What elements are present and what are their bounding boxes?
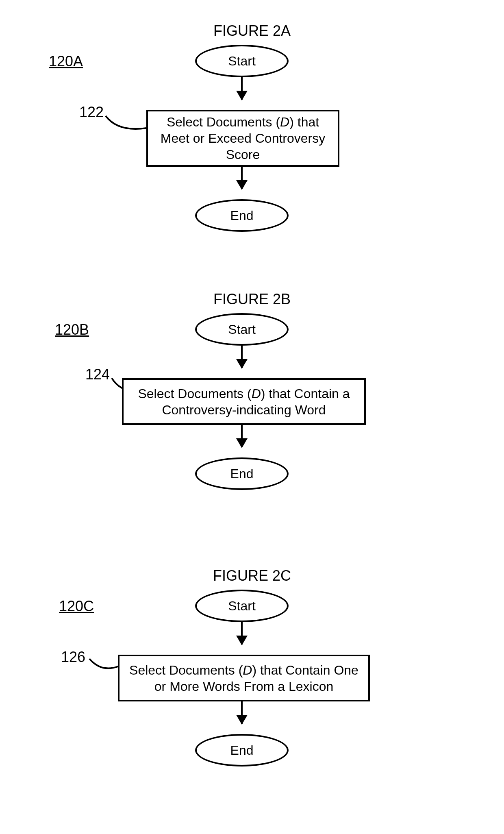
process-126: Select Documents (D) that Contain One or… <box>118 655 370 701</box>
process-124: Select Documents (D) that Contain a Cont… <box>122 378 366 425</box>
start-terminator-2b: Start <box>195 313 289 346</box>
arrow-2b-1 <box>241 346 243 368</box>
process-126-text: Select Documents (D) that Contain One or… <box>126 662 362 695</box>
arrow-2c-1 <box>241 622 243 645</box>
process-122-text: Select Documents (D) that Meet or Exceed… <box>154 114 331 163</box>
figure-2c-label: 120C <box>59 598 94 615</box>
process-122: Select Documents (D) that Meet or Exceed… <box>146 110 339 167</box>
end-label: End <box>230 208 254 223</box>
figure-2a-label: 120A <box>49 53 83 70</box>
end-terminator-2c: End <box>195 734 289 766</box>
end-label: End <box>230 743 254 758</box>
arrow-2c-2 <box>241 701 243 724</box>
start-label: Start <box>228 322 256 337</box>
ref-126: 126 <box>61 649 85 666</box>
start-label: Start <box>228 54 256 69</box>
start-terminator-2c: Start <box>195 590 289 622</box>
arrow-2a-2 <box>241 167 243 189</box>
arrow-2a-1 <box>241 77 243 100</box>
end-label: End <box>230 466 254 481</box>
lead-line-122 <box>104 110 148 138</box>
start-terminator-2a: Start <box>195 45 289 77</box>
ref-122: 122 <box>79 104 104 121</box>
start-label: Start <box>228 599 256 614</box>
process-124-text: Select Documents (D) that Contain a Cont… <box>130 385 358 418</box>
ref-124: 124 <box>85 366 110 383</box>
end-terminator-2a: End <box>195 199 289 232</box>
lead-line-126 <box>87 655 120 677</box>
figure-2b-title: FIGURE 2B <box>171 291 333 308</box>
end-terminator-2b: End <box>195 457 289 490</box>
figure-2a-title: FIGURE 2A <box>171 22 333 39</box>
figure-2b-label: 120B <box>55 321 89 338</box>
figure-2c-title: FIGURE 2C <box>171 567 333 584</box>
arrow-2b-2 <box>241 425 243 447</box>
page: FIGURE 2A 120A Start 122 Select Document… <box>0 0 504 834</box>
